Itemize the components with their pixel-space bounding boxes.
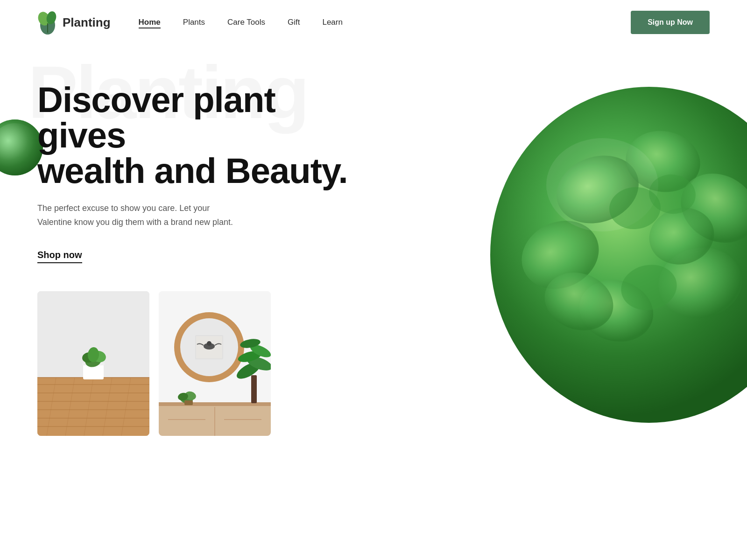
svg-rect-59 [184,400,193,405]
card-room-svg [37,291,149,436]
shop-now-link[interactable]: Shop now [37,250,82,263]
card-room-plant [37,291,149,436]
nav-item-care-tools[interactable]: Care Tools [227,18,265,27]
nav-item-gift[interactable]: Gift [288,18,300,27]
bottom-cards [37,291,355,436]
nav-links: Home Plants Care Tools Gift Learn [139,18,631,27]
hero-subtext: The perfect excuse to show you care. Let… [37,202,233,229]
hero-section: Planting [0,45,747,436]
svg-rect-50 [251,375,257,403]
nav-item-plants[interactable]: Plants [183,18,205,27]
svg-rect-19 [37,378,149,436]
hero-headline: Discover plant gives wealth and Beauty. [37,82,355,189]
navigation: Planting Home Plants Care Tools Gift Lea… [0,0,747,45]
hero-plant-image [420,31,747,432]
card-mirror-plant [159,291,271,436]
card-mirror-svg [159,291,271,436]
hero-content: Discover plant gives wealth and Beauty. … [37,45,355,436]
left-plant-ball [0,119,43,175]
logo-link[interactable]: Planting [37,10,111,35]
signup-button[interactable]: Sign up Now [631,11,710,34]
hero-plant-svg [420,31,747,432]
brand-name: Planting [63,15,111,30]
svg-point-49 [207,341,211,346]
left-ball-plant-decoration [0,119,43,175]
nav-item-home[interactable]: Home [139,18,161,27]
logo-icon [37,10,58,35]
nav-item-learn[interactable]: Learn [322,18,342,27]
